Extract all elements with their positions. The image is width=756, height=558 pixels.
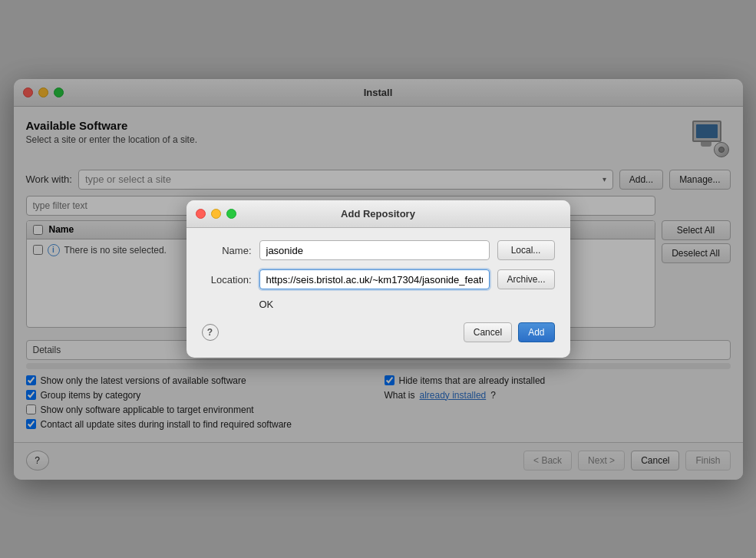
dialog-add-button[interactable]: Add xyxy=(518,322,554,342)
dialog-name-row: Name: Local... xyxy=(202,240,555,260)
modal-overlay: Add Repository Name: Local... Location: … xyxy=(0,0,756,558)
dialog-close-button[interactable] xyxy=(196,209,206,219)
dialog-name-label: Name: xyxy=(202,245,252,256)
dialog-footer-buttons: Cancel Add xyxy=(464,322,555,342)
local-button[interactable]: Local... xyxy=(497,240,555,260)
dialog-location-label: Location: xyxy=(202,274,252,286)
dialog-location-input[interactable] xyxy=(259,269,490,289)
dialog-name-input[interactable] xyxy=(259,240,490,260)
dialog-cancel-button[interactable]: Cancel xyxy=(464,322,512,342)
dialog-window-controls xyxy=(196,209,236,219)
add-repository-dialog: Add Repository Name: Local... Location: … xyxy=(187,200,570,358)
dialog-help-icon[interactable]: ? xyxy=(202,324,219,341)
dialog-maximize-button[interactable] xyxy=(226,209,236,219)
dialog-body: Name: Local... Location: Archive... OK ?… xyxy=(187,228,570,358)
dialog-title: Add Repository xyxy=(341,208,415,220)
dialog-location-row: Location: Archive... xyxy=(202,269,555,289)
dialog-minimize-button[interactable] xyxy=(211,209,221,219)
dialog-footer: ? Cancel Add xyxy=(202,316,555,345)
archive-button[interactable]: Archive... xyxy=(497,269,555,289)
dialog-ok-row: OK xyxy=(202,299,555,310)
dialog-ok-text: OK xyxy=(259,299,274,310)
dialog-title-bar: Add Repository xyxy=(187,200,570,228)
